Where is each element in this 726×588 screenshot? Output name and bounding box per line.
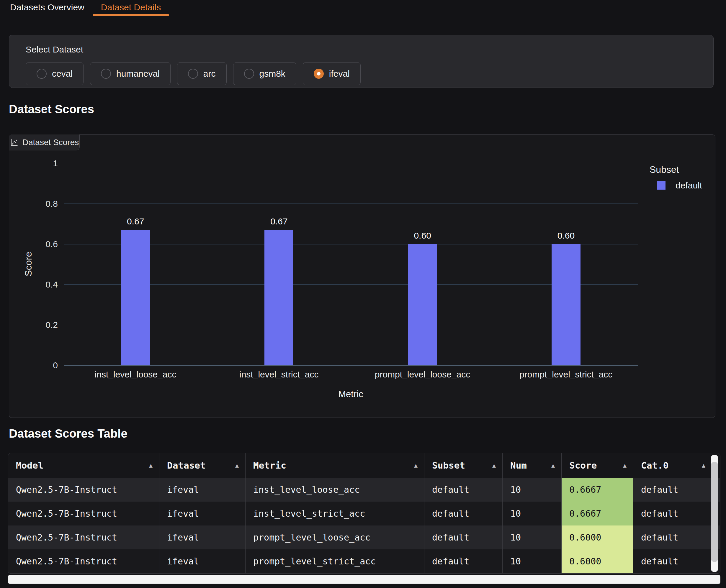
table-body: Qwen2.5-7B-Instructifevalinst_level_loos… [8, 478, 720, 573]
tab-dataset-details[interactable]: Dataset Details [93, 0, 169, 15]
select-dataset-label: Select Dataset [26, 44, 83, 55]
chart-legend: Subset default [649, 164, 702, 190]
column-header-label: Score [569, 460, 597, 470]
radio-label: ceval [52, 69, 73, 79]
column-header-metric[interactable]: Metric▲ [245, 453, 424, 478]
sort-asc-icon: ▲ [414, 462, 418, 469]
legend-entry-default[interactable]: default [657, 181, 702, 190]
dataset-radio-ifeval[interactable]: ifeval [303, 62, 361, 85]
cell-cat0: default [633, 549, 712, 573]
bar-value-label: 0.60 [393, 231, 452, 240]
cell-dataset: ifeval [159, 502, 245, 525]
bar-prompt-level-strict-acc [551, 244, 581, 365]
column-header-subset[interactable]: Subset▲ [424, 453, 503, 478]
dataset-radio-gsm8k[interactable]: gsm8k [233, 62, 296, 85]
y-tick-label: 0.2 [11, 320, 58, 330]
bar-inst-level-loose-acc [121, 230, 150, 365]
x-axis: inst_level_loose_accinst_level_strict_ac… [64, 370, 638, 381]
column-header-label: Cat.0 [641, 460, 668, 470]
dataset-scores-heading: Dataset Scores [9, 103, 94, 116]
x-axis-title: Metric [64, 389, 638, 400]
bar-value-label: 0.67 [249, 216, 308, 227]
column-header-cat-0[interactable]: Cat.0▲ [633, 453, 712, 478]
gridline-0.8 [64, 204, 638, 204]
table-row: Qwen2.5-7B-Instructifevalprompt_level_st… [8, 549, 720, 573]
cell-score: 0.6667 [562, 478, 633, 502]
cell-subset: default [424, 502, 503, 525]
dataset-radio-humaneval[interactable]: humaneval [90, 62, 170, 85]
vertical-scrollbar-thumb[interactable] [711, 462, 718, 562]
sort-asc-icon: ▲ [149, 462, 153, 469]
bar-value-label: 0.60 [537, 231, 596, 240]
column-header-score[interactable]: Score▲ [562, 453, 633, 478]
y-tick-label: 1 [11, 159, 58, 168]
tab-datasets-overview[interactable]: Datasets Overview [2, 0, 93, 15]
y-tick-label: 0.8 [11, 199, 58, 209]
radio-circle-icon [188, 69, 198, 79]
cell-num: 10 [503, 502, 562, 525]
cell-subset: default [424, 478, 503, 502]
cell-cat0: default [633, 525, 712, 549]
tab-bar: Datasets OverviewDataset Details [0, 0, 726, 15]
cell-model: Qwen2.5-7B-Instruct [8, 549, 159, 573]
cell-dataset: ifeval [159, 525, 245, 549]
radio-label: ifeval [329, 69, 350, 79]
radio-label: gsm8k [259, 69, 285, 79]
table-row: Qwen2.5-7B-Instructifevalprompt_level_lo… [8, 525, 720, 549]
y-tick-label: 0.4 [11, 279, 58, 290]
cell-model: Qwen2.5-7B-Instruct [8, 525, 159, 549]
column-header-model[interactable]: Model▲ [8, 453, 159, 478]
cell-dataset: ifeval [159, 549, 245, 573]
y-axis: 00.20.40.60.81 [9, 163, 61, 365]
bar-prompt-level-loose-acc [408, 244, 437, 365]
sort-asc-icon: ▲ [702, 462, 705, 469]
bar-value-label: 0.67 [106, 216, 165, 227]
sort-asc-icon: ▲ [623, 462, 627, 469]
y-tick-label: 0.6 [11, 239, 58, 249]
column-header-num[interactable]: Num▲ [503, 453, 562, 478]
legend-title: Subset [649, 164, 702, 175]
x-tick-label-prompt-level-strict-acc: prompt_level_strict_acc [494, 370, 638, 379]
radio-label: arc [203, 69, 216, 79]
chart-panel-tab[interactable]: Dataset Scores [9, 134, 80, 150]
column-header-label: Subset [432, 460, 465, 470]
x-tick-label-inst-level-loose-acc: inst_level_loose_acc [64, 370, 207, 379]
dataset-radio-ceval[interactable]: ceval [26, 62, 83, 85]
column-header-dataset[interactable]: Dataset▲ [159, 453, 245, 478]
legend-entry-label: default [675, 181, 702, 190]
cell-metric: prompt_level_strict_acc [245, 549, 424, 573]
radio-circle-icon [101, 69, 111, 79]
cell-model: Qwen2.5-7B-Instruct [8, 502, 159, 525]
cell-num: 10 [503, 478, 562, 502]
dataset-scores-table-heading: Dataset Scores Table [9, 427, 127, 440]
column-header-label: Num [510, 460, 527, 470]
x-tick-label-prompt-level-loose-acc: prompt_level_loose_acc [351, 370, 494, 379]
dataset-radio-group: cevalhumanevalarcgsm8kifeval [26, 62, 361, 85]
legend-swatch [657, 181, 666, 190]
dataset-radio-arc[interactable]: arc [177, 62, 227, 85]
cell-num: 10 [503, 549, 562, 573]
column-header-label: Metric [253, 460, 286, 470]
cell-score: 0.6000 [562, 525, 633, 549]
scatter-chart-icon [9, 138, 18, 147]
y-tick-label: 0 [11, 360, 58, 370]
select-dataset-panel: Select Dataset cevalhumanevalarcgsm8kife… [9, 35, 713, 88]
radio-circle-icon [37, 69, 47, 79]
cell-num: 10 [503, 525, 562, 549]
cell-score: 0.6667 [562, 502, 633, 525]
chart-panel-tab-label: Dataset Scores [22, 138, 79, 147]
table-vertical-scrollbar[interactable] [711, 455, 718, 572]
dataset-scores-table: Model▲Dataset▲Metric▲Subset▲Num▲Score▲Ca… [8, 453, 720, 573]
sort-asc-icon: ▲ [235, 462, 239, 469]
cell-cat0: default [633, 502, 712, 525]
cell-cat0: default [633, 478, 712, 502]
cell-metric: prompt_level_loose_acc [245, 525, 424, 549]
cell-model: Qwen2.5-7B-Instruct [8, 478, 159, 502]
column-header-label: Model [16, 460, 43, 470]
cell-metric: inst_level_strict_acc [245, 502, 424, 525]
cell-score: 0.6000 [562, 549, 633, 573]
x-tick-label-inst-level-strict-acc: inst_level_strict_acc [207, 370, 350, 379]
column-header-label: Dataset [167, 460, 206, 470]
table-horizontal-scrollbar[interactable] [8, 575, 720, 584]
table-row: Qwen2.5-7B-Instructifevalinst_level_loos… [8, 478, 720, 502]
